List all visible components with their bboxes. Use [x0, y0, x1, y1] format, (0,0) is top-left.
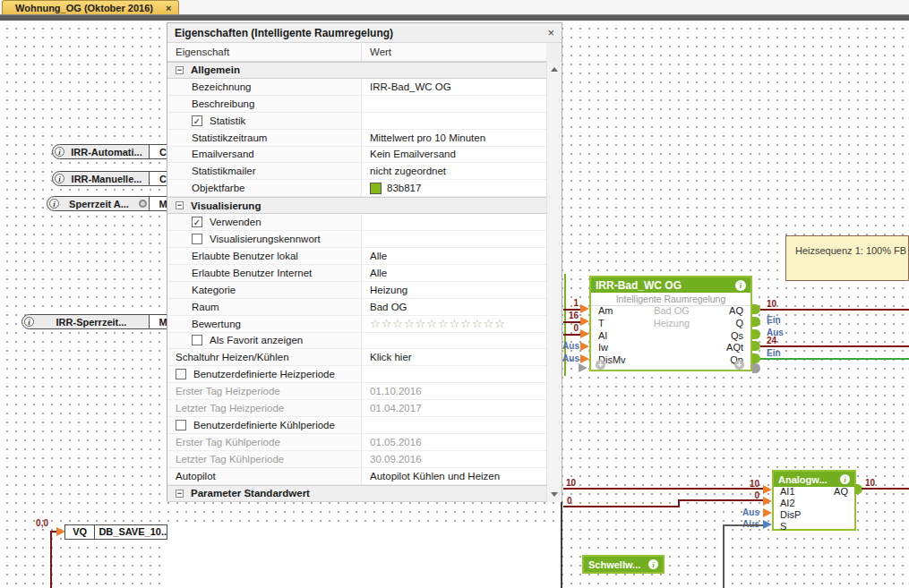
color-swatch[interactable] [370, 183, 382, 194]
property-value[interactable]: 83b817 [362, 180, 548, 196]
property-row[interactable]: EmailversandKein Emailversand [167, 147, 548, 164]
block-header[interactable]: Schwellw... i [584, 557, 663, 572]
checkbox[interactable] [176, 420, 186, 430]
collapse-icon[interactable]: − [176, 201, 184, 209]
property-row[interactable]: Letzter Tag Kühlperiode30.09.2016 [167, 451, 548, 468]
property-value[interactable]: nicht zugeordnet [362, 163, 548, 179]
property-row[interactable]: StatistikzeitraumMittelwert pro 10 Minut… [167, 130, 548, 147]
section-row[interactable]: −Parameter Standardwert [167, 485, 548, 502]
property-row[interactable]: BezeichnungIRR-Bad_WC OG [167, 79, 548, 96]
property-value[interactable]: Alle [362, 265, 548, 281]
checkbox[interactable] [192, 335, 202, 345]
input-connector[interactable] [580, 329, 589, 338]
block-header[interactable]: Analogw... i [774, 472, 854, 487]
tab-close-icon[interactable]: × [166, 3, 178, 13]
column-header-value[interactable]: Wert [362, 43, 546, 61]
checkbox[interactable] [192, 234, 202, 244]
property-value[interactable]: Klick hier [362, 349, 548, 365]
info-icon[interactable]: i [840, 474, 850, 484]
output-connector[interactable] [752, 317, 760, 327]
property-value[interactable]: Bad OG [362, 299, 548, 315]
property-row[interactable]: RaumBad OG [167, 299, 548, 316]
property-value[interactable] [362, 231, 548, 247]
checkbox[interactable] [176, 369, 186, 379]
input-connector[interactable] [580, 317, 589, 326]
analog-function-block[interactable]: Analogw... i AI1 AI2 DisP S AQ [772, 470, 856, 531]
collapse-icon[interactable]: − [176, 66, 184, 74]
property-row[interactable]: Beschreibung [167, 96, 548, 113]
checkbox[interactable]: ✓ [192, 217, 202, 227]
ref-block-irr-automatik[interactable]: i IRR-Automati... C [52, 144, 177, 159]
scroll-down-icon[interactable] [551, 492, 558, 497]
property-row[interactable]: Letzter Tag Heizperiode01.04.2017 [167, 400, 548, 417]
output-connector[interactable] [752, 341, 760, 351]
property-row[interactable]: Als Favorit anzeigen [167, 333, 548, 350]
property-row[interactable]: AutopilotAutopilot Kühlen und Heizen [167, 468, 548, 485]
block-header[interactable]: IRR-Bad_WC OG i [591, 277, 750, 293]
ref-block-irr-sperrzeit[interactable]: i IRR-Sperrzeit... M [21, 314, 177, 329]
property-row[interactable]: Benutzerdefinierte Kühlperiode [167, 417, 548, 434]
property-value[interactable] [362, 366, 548, 382]
property-value[interactable] [362, 214, 548, 230]
tab-wohnung-og[interactable]: Wohnung_OG (Oktober 2016) × [2, 0, 179, 14]
property-value[interactable]: Mittelwert pro 10 Minuten [362, 130, 548, 146]
property-row[interactable]: ✓Verwenden [167, 214, 548, 231]
property-value[interactable]: 30.09.2016 [362, 451, 548, 467]
property-row[interactable]: KategorieHeizung [167, 282, 548, 299]
expand-connector[interactable] [752, 363, 760, 373]
add-input-icon[interactable]: + [596, 360, 605, 370]
collapse-icon[interactable]: − [176, 490, 184, 498]
input-connector[interactable] [763, 497, 772, 506]
add-output-icon[interactable]: + [734, 360, 744, 370]
property-row[interactable]: Objektfarbe83b817 [167, 180, 548, 197]
checkbox[interactable]: ✓ [192, 115, 202, 126]
input-connector[interactable] [763, 508, 772, 517]
property-value[interactable]: Alle [362, 248, 548, 264]
output-connector[interactable] [752, 354, 760, 363]
column-header-property[interactable]: Eigenschaft [167, 43, 362, 61]
input-connector[interactable] [763, 485, 772, 494]
scroll-up-icon[interactable] [551, 67, 558, 72]
input-connector[interactable] [580, 342, 589, 351]
close-icon[interactable]: × [547, 26, 554, 39]
section-row[interactable]: −Allgemein [167, 62, 548, 79]
memory-save-block[interactable]: VQ DB_SAVE_10.. [64, 524, 167, 540]
property-row[interactable]: Bewertung☆☆☆☆☆☆☆☆☆☆☆☆ [167, 316, 548, 333]
panel-scrollbar[interactable] [546, 62, 562, 502]
property-value[interactable]: Heizung [362, 282, 548, 298]
property-row[interactable]: ✓Statistik [167, 113, 548, 130]
property-value[interactable] [362, 113, 548, 129]
property-value[interactable]: Kein Emailversand [362, 147, 548, 163]
property-row[interactable]: Statistikmailernicht zugeordnet [167, 163, 548, 180]
property-value[interactable]: IRR-Bad_WC OG [362, 79, 548, 95]
property-row[interactable]: Erlaubte Benutzer InternetAlle [167, 265, 548, 282]
info-icon[interactable]: i [735, 280, 746, 291]
property-row[interactable]: Erster Tag Heizperiode01.10.2016 [167, 383, 548, 400]
input-connector[interactable] [763, 520, 772, 529]
property-value[interactable]: 01.04.2017 [362, 400, 548, 416]
output-connector[interactable] [752, 304, 760, 314]
info-icon[interactable]: i [648, 559, 658, 569]
threshold-function-block[interactable]: Schwellw... i [582, 555, 665, 574]
output-connector[interactable] [752, 329, 760, 339]
property-value[interactable]: ☆☆☆☆☆☆☆☆☆☆☆☆ [362, 316, 548, 332]
property-value[interactable]: Autopilot Kühlen und Heizen [362, 468, 548, 484]
ref-block-irr-manuell[interactable]: i IRR-Manuelle... C [52, 171, 177, 186]
property-row[interactable]: Erlaubte Benutzer lokalAlle [167, 248, 548, 265]
ref-block-sperrzeit[interactable]: i Sperrzeit A... M [47, 196, 177, 211]
note-box[interactable]: Heizsequenz 1: 100% FB [785, 235, 909, 281]
property-row[interactable]: Erster Tag Kühlperiode01.05.2016 [167, 434, 548, 451]
property-value[interactable]: 01.05.2016 [362, 434, 548, 450]
panel-title-bar[interactable]: Eigenschaften (Intelligente Raumregelung… [167, 23, 562, 43]
property-value[interactable] [362, 96, 548, 112]
section-row[interactable]: −Visualisierung [167, 197, 548, 214]
property-value[interactable] [362, 417, 548, 433]
irr-function-block[interactable]: IRR-Bad_WC OG i Intelligente Raumregelun… [589, 276, 752, 371]
rating-stars[interactable]: ☆☆☆☆☆☆☆☆☆☆☆☆ [370, 317, 506, 330]
expand-connector[interactable] [579, 363, 587, 372]
input-connector[interactable] [580, 304, 589, 313]
property-row[interactable]: Benutzerdefinierte Heizperiode [167, 366, 548, 383]
property-row[interactable]: Visualisierungskennwort [167, 231, 548, 248]
input-connector[interactable] [580, 354, 589, 363]
property-value[interactable]: 01.10.2016 [362, 383, 548, 399]
